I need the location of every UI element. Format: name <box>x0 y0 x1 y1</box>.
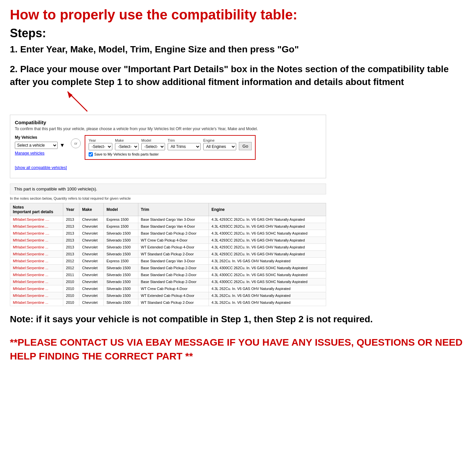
or-circle: or <box>71 138 81 148</box>
cell-engine: 4.3L 4293CC 262Cu. In. V6 GAS OHV Natura… <box>209 216 326 223</box>
cell-model: Silverado 1500 <box>104 244 138 250</box>
cell-make: Chevrolet <box>79 285 104 292</box>
engine-select[interactable]: All Engines <box>203 143 236 150</box>
compat-subtitle: To confirm that this part fits your vehi… <box>15 127 321 131</box>
table-row: Mfrlabel:Serpentine ...2012ChevroletExpr… <box>10 257 326 264</box>
show-all-link[interactable]: [show all compatible vehicles] <box>15 165 67 170</box>
cell-year: 2010 <box>63 299 79 306</box>
cell-year: 2013 <box>63 250 79 257</box>
cell-model: Silverado 1500 <box>104 292 138 299</box>
year-select[interactable]: -Select- <box>89 143 112 150</box>
table-row: Mfrlabel:Serpentine ...2010ChevroletSilv… <box>10 299 326 306</box>
col-trim: Trim <box>138 203 209 216</box>
cell-make: Chevrolet <box>79 250 104 257</box>
col-notes-sublabel: Important part details <box>13 210 60 214</box>
my-vehicles-label: My Vehicles <box>15 135 67 140</box>
engine-label: Engine <box>203 138 236 142</box>
cell-model: Express 1500 <box>104 216 138 223</box>
compat-title: Compatibility <box>15 120 321 125</box>
trim-label: Trim <box>168 138 201 142</box>
cell-make: Chevrolet <box>79 264 104 271</box>
save-checkbox-row: Save to My Vehicles to finds parts faste… <box>89 152 252 157</box>
cell-year: 2013 <box>63 223 79 230</box>
cell-trim: WT Crew Cab Pickup 4-Door <box>138 285 209 292</box>
compat-note: In the notes section below, Quantity ref… <box>10 196 326 200</box>
cell-notes: Mfrlabel:Serpentine ... <box>10 244 63 250</box>
model-select[interactable]: -Select- <box>141 143 165 150</box>
cell-trim: Base Standard Cargo Van 3-Door <box>138 257 209 264</box>
year-make-form: Year -Select- Make -Select- Model -Selec… <box>85 135 256 160</box>
cell-model: Silverado 1500 <box>104 230 138 237</box>
trim-select[interactable]: All Trims <box>168 143 201 150</box>
cell-notes: Mfrlabel:Serpentine ... <box>10 285 63 292</box>
note-text: Note: if it says your vehicle is not com… <box>10 313 466 326</box>
cell-engine: 4.3L 4300CC 262Cu. In. V6 GAS SOHC Natur… <box>209 230 326 237</box>
cell-year: 2013 <box>63 237 79 244</box>
cell-engine: 4.3L 4293CC 262Cu. In. V6 GAS OHV Natura… <box>209 237 326 244</box>
cell-make: Chevrolet <box>79 271 104 278</box>
dropdown-icon: ▼ <box>60 142 65 148</box>
cell-notes: Mfrlabel:Serpentine ... <box>10 264 63 271</box>
cell-engine: 4.3L 262Cu. In. V6 GAS OHV Naturally Asp… <box>209 285 326 292</box>
cell-model: Silverado 1500 <box>104 250 138 257</box>
col-engine: Engine <box>209 203 326 216</box>
model-field-group: Model -Select- <box>141 138 165 150</box>
model-label: Model <box>141 138 165 142</box>
table-row: Mfrlabel:Serpentine ...2011ChevroletSilv… <box>10 271 326 278</box>
cell-engine: 4.3L 4293CC 262Cu. In. V6 GAS OHV Natura… <box>209 250 326 257</box>
cell-year: 2013 <box>63 230 79 237</box>
cell-year: 2011 <box>63 271 79 278</box>
cell-trim: WT Standard Cab Pickup 2-Door <box>138 250 209 257</box>
go-button[interactable]: Go <box>239 142 252 150</box>
cell-trim: Base Standard Cargo Van 4-Door <box>138 223 209 230</box>
cell-notes: Mfrlabel:Serpentine ... <box>10 278 63 285</box>
cell-engine: 4.3L 262Cu. In. V6 GAS OHV Naturally Asp… <box>209 257 326 264</box>
manage-vehicles-link[interactable]: Manage vehicles <box>15 151 67 156</box>
step2-text: 2. Place your mouse over "Important Part… <box>10 63 466 88</box>
table-row: Mfrlabel:Serpentine ....2013ChevroletExp… <box>10 216 326 223</box>
cell-trim: WT Standard Cab Pickup 2-Door <box>138 299 209 306</box>
cell-model: Silverado 1500 <box>104 264 138 271</box>
make-field-group: Make -Select- <box>115 138 139 150</box>
cell-notes: Mfrlabel:Serpentine ... <box>10 299 63 306</box>
make-select[interactable]: -Select- <box>115 143 139 150</box>
cell-trim: Base Standard Cab Pickup 2-Door <box>138 230 209 237</box>
cell-model: Silverado 1500 <box>104 285 138 292</box>
main-title: How to properly use the compatibility ta… <box>10 7 466 23</box>
make-label: Make <box>115 138 139 142</box>
table-row: Mfrlabel:Serpentine ...2010ChevroletSilv… <box>10 285 326 292</box>
save-checkbox[interactable] <box>89 152 93 157</box>
compatibility-section: Compatibility To confirm that this part … <box>10 115 326 178</box>
cell-notes: Mfrlabel:Serpentine ... <box>10 271 63 278</box>
cell-notes: Mfrlabel:Serpentine .... <box>10 216 63 223</box>
arrow-graphic <box>61 88 100 115</box>
cell-model: Silverado 1500 <box>104 299 138 306</box>
cell-engine: 4.3L 4300CC 262Cu. In. V6 GAS SOHC Natur… <box>209 264 326 271</box>
cell-notes: Mfrlabel:Serpentine ... <box>10 237 63 244</box>
cell-notes: Mfrlabel:Serpentine ... <box>10 250 63 257</box>
note-section: Note: if it says your vehicle is not com… <box>10 313 466 326</box>
save-label: Save to My Vehicles to finds parts faste… <box>94 152 159 156</box>
cell-model: Express 1500 <box>104 257 138 264</box>
table-row: Mfrlabel:Serpentine ...2013ChevroletSilv… <box>10 250 326 257</box>
table-row: Mfrlabel:Serpentine ...2012ChevroletSilv… <box>10 264 326 271</box>
col-notes-label: Notes <box>13 205 60 210</box>
cell-year: 2013 <box>63 244 79 250</box>
col-model: Model <box>104 203 138 216</box>
cell-engine: 4.3L 262Cu. In. V6 GAS OHV Naturally Asp… <box>209 299 326 306</box>
svg-marker-1 <box>68 92 72 98</box>
cell-notes: Mfrlabel:Serpentine.... <box>10 223 63 230</box>
cell-year: 2010 <box>63 285 79 292</box>
table-row: Mfrlabel:Serpentine....2013ChevroletExpr… <box>10 223 326 230</box>
year-field-group: Year -Select- <box>89 138 112 150</box>
engine-field-group: Engine All Engines <box>203 138 236 150</box>
vehicle-select[interactable]: Select a vehicle <box>15 142 58 149</box>
cell-engine: 4.3L 262Cu. In. V6 GAS OHV Naturally Asp… <box>209 292 326 299</box>
cell-trim: Base Standard Cab Pickup 2-Door <box>138 264 209 271</box>
cell-engine: 4.3L 4293CC 262Cu. In. V6 GAS OHV Natura… <box>209 223 326 230</box>
cell-trim: WT Extended Cab Pickup 4-Door <box>138 292 209 299</box>
cell-year: 2010 <box>63 278 79 285</box>
year-label: Year <box>89 138 112 142</box>
cell-trim: WT Extended Cab Pickup 4-Door <box>138 244 209 250</box>
steps-label: Steps: <box>10 26 466 40</box>
